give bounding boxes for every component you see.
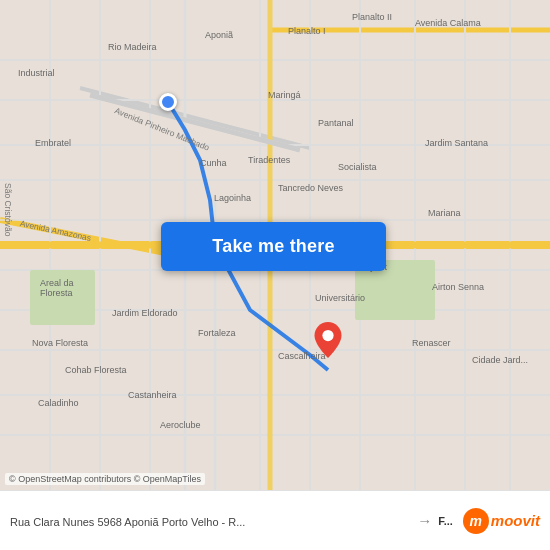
svg-rect-29	[30, 270, 95, 325]
svg-point-31	[322, 330, 333, 341]
moovit-name: moovit	[491, 512, 540, 529]
moovit-branding: m moovit	[463, 508, 540, 534]
moovit-logo-circle: m	[463, 508, 489, 534]
moovit-letter: m	[470, 513, 482, 529]
from-text: Rua Clara Nunes 5968 Aponiã Porto Velho …	[10, 516, 245, 528]
route-info: Rua Clara Nunes 5968 Aponiã Porto Velho …	[10, 512, 411, 530]
bottom-bar: Rua Clara Nunes 5968 Aponiã Porto Velho …	[0, 490, 550, 550]
map-attribution: © OpenStreetMap contributors © OpenMapTi…	[5, 473, 205, 485]
map-container: Industrial Rio Madeira Aponiã Planalto I…	[0, 0, 550, 490]
origin-marker	[159, 93, 177, 111]
take-me-there-button[interactable]: Take me there	[161, 222, 386, 271]
route-arrow-icon: →	[411, 512, 438, 529]
to-text: F...	[438, 515, 453, 527]
destination-marker	[314, 322, 342, 362]
